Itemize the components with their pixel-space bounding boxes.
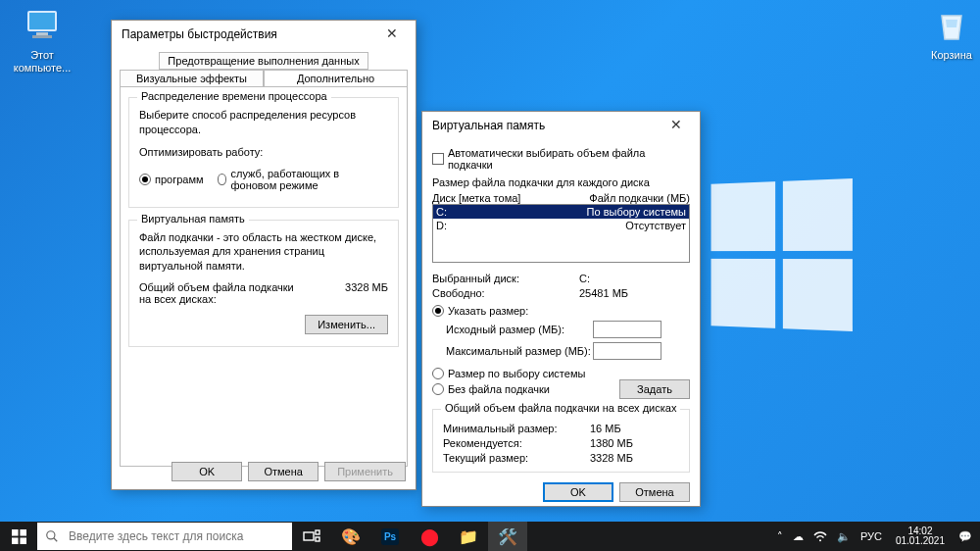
max-size-input[interactable] [593,342,662,360]
initial-size-input[interactable] [593,321,662,338]
cancel-button[interactable]: Отмена [619,482,690,502]
tab-visual-effects[interactable]: Визуальные эффекты [120,70,264,87]
svg-rect-2 [32,35,52,38]
app-paint[interactable]: 🎨 [331,522,370,551]
taskbar: 🎨 Ps ⬤ 📁 🛠️ ˄ ☁ 🔈 РУС 14:02 01.01.2021 💬 [0,522,980,551]
cancel-button[interactable]: Отмена [248,462,318,481]
app-settings-active[interactable]: 🛠️ [488,522,527,551]
tray-chevron-up-icon[interactable]: ˄ [777,530,783,543]
radio-system-managed[interactable]: Размер по выбору системы [432,368,619,379]
windows-icon [12,529,26,544]
svg-rect-9 [304,532,314,540]
ok-button[interactable]: OK [543,482,613,502]
radio-icon [432,383,444,395]
svg-point-7 [47,531,55,539]
radio-icon [432,305,444,317]
tab-dep[interactable]: Предотвращение выполнения данных [159,52,368,70]
dialog-performance-options: Параметры быстродействия ✕ Предотвращени… [111,20,416,490]
ok-button[interactable]: OK [172,462,242,481]
close-button[interactable]: ✕ [372,23,412,46]
vm-total-value: 3328 МБ [345,281,388,305]
search-icon [45,529,59,543]
tray-onedrive-icon[interactable]: ☁ [793,530,804,543]
apply-button[interactable]: Применить [324,462,406,481]
col-file: Файл подкачки (МБ) [589,192,690,204]
change-button[interactable]: Изменить... [305,315,388,334]
radio-background-services[interactable]: служб, работающих в фоновом режиме [218,168,388,191]
desktop-icon-label: Этот компьюте... [6,49,78,74]
taskview-button[interactable] [292,522,331,551]
cpu-optimize-label: Оптимизировать работу: [139,145,388,160]
dialog-virtual-memory: Виртуальная память ✕ Автоматически выбир… [421,111,701,507]
titlebar[interactable]: Параметры быстродействия ✕ [112,21,416,48]
free-space-label: Свободно: [432,287,579,299]
recycle-bin-icon [932,6,971,45]
taskbar-apps: 🎨 Ps ⬤ 📁 🛠️ [292,522,527,551]
pc-icon [23,6,62,45]
group-legend: Распределение времени процессора [137,90,331,102]
tray-notifications-icon[interactable]: 💬 [958,530,972,543]
group-total-pagefile: Общий объем файла подкачки на всех диска… [432,409,690,473]
group-legend: Общий объем файла подкачки на всех диска… [441,402,680,414]
tray-clock[interactable]: 14:02 01.01.2021 [892,526,949,547]
desktop-icon-recycle-bin[interactable]: Корзина [915,6,980,62]
start-button[interactable] [0,522,37,551]
close-button[interactable]: ✕ [657,114,696,137]
radio-programs[interactable]: программ [139,174,204,185]
vm-description: Файл подкачки - это область на жестком д… [139,230,388,275]
radio-icon [139,174,151,185]
titlebar[interactable]: Виртуальная память ✕ [422,112,700,139]
list-label: Размер файла подкачки для каждого диска [432,176,690,188]
selected-disk: C: [579,273,590,284]
dialog-title: Виртуальная память [432,119,657,132]
selected-disk-label: Выбранный диск: [432,273,579,284]
app-explorer[interactable]: 📁 [449,522,488,551]
windows-logo-bg [711,178,853,331]
radio-icon [218,174,227,185]
tray-language[interactable]: РУС [860,530,882,542]
col-disk: Диск [метка тома] [432,192,589,204]
checkbox-auto-pagefile[interactable]: Автоматически выбирать объем файла подка… [432,147,690,171]
group-legend: Виртуальная память [137,213,249,225]
radio-custom-size[interactable]: Указать размер: [432,305,690,317]
system-tray: ˄ ☁ 🔈 РУС 14:02 01.01.2021 💬 [769,526,980,547]
free-space: 25481 МБ [579,287,628,299]
desktop-icon-this-pc[interactable]: Этот компьюте... [6,6,78,74]
svg-rect-1 [36,32,48,35]
svg-point-12 [819,539,821,541]
group-virtual-memory: Виртуальная память Файл подкачки - это о… [128,220,399,348]
svg-rect-0 [28,12,56,30]
drive-list[interactable]: C: По выбору системы D: Отсутствует [432,204,690,263]
group-cpu-scheduling: Распределение времени процессора Выберит… [128,97,399,208]
svg-line-8 [54,538,58,542]
cpu-description: Выберите способ распределения ресурсов п… [139,108,388,137]
set-button[interactable]: Задать [619,379,690,399]
search-box[interactable] [37,523,292,550]
vm-total-label: Общий объем файла подкачки на всех диска… [139,281,306,305]
checkbox-icon [432,153,444,165]
initial-size-label: Исходный размер (МБ): [446,324,593,335]
app-opera[interactable]: ⬤ [410,522,449,551]
radio-no-pagefile[interactable]: Без файла подкачки [432,383,619,395]
tab-advanced[interactable]: Дополнительно [264,70,408,87]
drive-row[interactable]: C: По выбору системы [433,205,689,219]
svg-rect-5 [12,537,19,544]
svg-rect-6 [20,537,26,544]
desktop-icon-label: Корзина [915,49,980,62]
svg-rect-4 [20,529,26,536]
svg-rect-3 [12,529,19,536]
drive-row[interactable]: D: Отсутствует [433,219,689,232]
search-input[interactable] [67,528,292,544]
tray-wifi-icon[interactable] [813,531,827,542]
svg-rect-10 [316,530,319,534]
radio-icon [432,368,444,379]
app-photoshop[interactable]: Ps [370,522,410,551]
tray-volume-icon[interactable]: 🔈 [837,530,851,543]
max-size-label: Максимальный размер (МБ): [446,345,593,357]
svg-rect-11 [316,537,319,541]
dialog-title: Параметры быстродействия [122,27,372,41]
